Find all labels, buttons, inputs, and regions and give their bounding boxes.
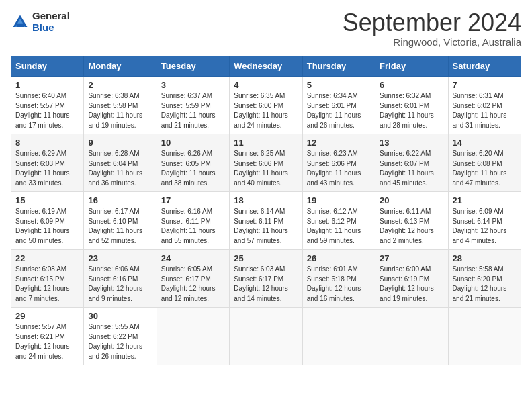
table-row: 1Sunrise: 6:40 AMSunset: 5:57 PMDaylight… [11,77,84,134]
calendar-week-row: 29Sunrise: 5:57 AMSunset: 6:21 PMDayligh… [11,308,521,365]
day-number: 13 [380,138,443,148]
day-info: Sunrise: 6:17 AMSunset: 6:10 PMDaylight:… [88,207,152,246]
calendar-table: Sunday Monday Tuesday Wednesday Thursday… [11,56,521,365]
title-area: September 2024 Ringwood, Victoria, Austr… [343,11,521,48]
day-number: 26 [307,253,371,263]
col-thursday: Thursday [302,56,375,77]
table-row: 9Sunrise: 6:28 AMSunset: 6:04 PMDaylight… [84,134,157,192]
day-number: 7 [453,80,517,90]
day-number: 12 [307,138,371,148]
day-info: Sunrise: 6:12 AMSunset: 6:12 PMDaylight:… [307,207,371,246]
col-tuesday: Tuesday [157,56,229,77]
table-row: 15Sunrise: 6:19 AMSunset: 6:09 PMDayligh… [11,192,84,250]
day-number: 8 [15,138,79,148]
table-row: 25Sunrise: 6:03 AMSunset: 6:17 PMDayligh… [230,250,302,308]
day-number: 16 [88,195,152,205]
table-row: 30Sunrise: 5:55 AMSunset: 6:22 PMDayligh… [84,308,157,365]
table-row: 14Sunrise: 6:20 AMSunset: 6:08 PMDayligh… [448,134,521,192]
day-number: 20 [380,195,443,205]
table-row: 7Sunrise: 6:31 AMSunset: 6:02 PMDaylight… [448,77,521,134]
day-info: Sunrise: 6:28 AMSunset: 6:04 PMDaylight:… [88,149,152,188]
day-number: 15 [15,195,79,205]
day-info: Sunrise: 6:35 AMSunset: 6:00 PMDaylight:… [234,91,298,130]
day-info: Sunrise: 6:05 AMSunset: 6:17 PMDaylight:… [161,265,225,304]
logo-text: General Blue [32,11,70,33]
day-info: Sunrise: 6:26 AMSunset: 6:05 PMDaylight:… [161,149,225,188]
day-number: 30 [88,311,152,321]
logo-blue: Blue [32,21,54,33]
day-info: Sunrise: 6:08 AMSunset: 6:15 PMDaylight:… [15,265,79,304]
calendar-week-row: 1Sunrise: 6:40 AMSunset: 5:57 PMDaylight… [11,77,521,134]
calendar-week-row: 15Sunrise: 6:19 AMSunset: 6:09 PMDayligh… [11,192,521,250]
day-number: 3 [161,80,225,90]
table-row: 20Sunrise: 6:11 AMSunset: 6:13 PMDayligh… [375,192,448,250]
day-number: 17 [161,195,225,205]
table-row: 6Sunrise: 6:32 AMSunset: 6:01 PMDaylight… [375,77,448,134]
table-row: 29Sunrise: 5:57 AMSunset: 6:21 PMDayligh… [11,308,84,365]
table-row: 23Sunrise: 6:06 AMSunset: 6:16 PMDayligh… [84,250,157,308]
day-info: Sunrise: 6:06 AMSunset: 6:16 PMDaylight:… [88,265,152,304]
table-row [375,308,448,365]
day-info: Sunrise: 5:58 AMSunset: 6:20 PMDaylight:… [453,265,517,304]
table-row [157,308,229,365]
day-info: Sunrise: 6:31 AMSunset: 6:02 PMDaylight:… [453,91,517,130]
day-info: Sunrise: 6:01 AMSunset: 6:18 PMDaylight:… [307,265,371,304]
table-row: 24Sunrise: 6:05 AMSunset: 6:17 PMDayligh… [157,250,229,308]
col-monday: Monday [84,56,157,77]
day-info: Sunrise: 6:00 AMSunset: 6:19 PMDaylight:… [380,265,443,304]
calendar-week-row: 22Sunrise: 6:08 AMSunset: 6:15 PMDayligh… [11,250,521,308]
table-row: 26Sunrise: 6:01 AMSunset: 6:18 PMDayligh… [302,250,375,308]
day-number: 29 [15,311,79,321]
table-row [230,308,302,365]
day-info: Sunrise: 6:32 AMSunset: 6:01 PMDaylight:… [380,91,443,130]
table-row: 10Sunrise: 6:26 AMSunset: 6:05 PMDayligh… [157,134,229,192]
day-info: Sunrise: 6:14 AMSunset: 6:11 PMDaylight:… [234,207,298,246]
day-number: 6 [380,80,443,90]
table-row: 12Sunrise: 6:23 AMSunset: 6:06 PMDayligh… [302,134,375,192]
calendar-header-row: Sunday Monday Tuesday Wednesday Thursday… [11,56,521,77]
month-title: September 2024 [343,11,521,35]
day-number: 28 [453,253,517,263]
table-row: 5Sunrise: 6:34 AMSunset: 6:01 PMDaylight… [302,77,375,134]
day-info: Sunrise: 6:11 AMSunset: 6:13 PMDaylight:… [380,207,443,246]
table-row: 3Sunrise: 6:37 AMSunset: 5:59 PMDaylight… [157,77,229,134]
day-info: Sunrise: 5:57 AMSunset: 6:21 PMDaylight:… [15,322,79,361]
table-row: 2Sunrise: 6:38 AMSunset: 5:58 PMDaylight… [84,77,157,134]
table-row: 22Sunrise: 6:08 AMSunset: 6:15 PMDayligh… [11,250,84,308]
table-row: 8Sunrise: 6:29 AMSunset: 6:03 PMDaylight… [11,134,84,192]
day-number: 27 [380,253,443,263]
col-saturday: Saturday [448,56,521,77]
page-header: General Blue September 2024 Ringwood, Vi… [11,11,521,48]
table-row: 21Sunrise: 6:09 AMSunset: 6:14 PMDayligh… [448,192,521,250]
table-row: 18Sunrise: 6:14 AMSunset: 6:11 PMDayligh… [230,192,302,250]
day-info: Sunrise: 6:19 AMSunset: 6:09 PMDaylight:… [15,207,79,246]
day-info: Sunrise: 6:03 AMSunset: 6:17 PMDaylight:… [234,265,298,304]
day-number: 14 [453,138,517,148]
table-row: 27Sunrise: 6:00 AMSunset: 6:19 PMDayligh… [375,250,448,308]
day-number: 9 [88,138,152,148]
logo: General Blue [11,11,70,33]
day-info: Sunrise: 6:37 AMSunset: 5:59 PMDaylight:… [161,91,225,130]
day-number: 18 [234,195,298,205]
table-row: 13Sunrise: 6:22 AMSunset: 6:07 PMDayligh… [375,134,448,192]
day-number: 1 [15,80,79,90]
day-number: 22 [15,253,79,263]
day-info: Sunrise: 6:22 AMSunset: 6:07 PMDaylight:… [380,149,443,188]
svg-rect-2 [17,23,24,26]
table-row: 16Sunrise: 6:17 AMSunset: 6:10 PMDayligh… [84,192,157,250]
day-number: 5 [307,80,371,90]
table-row [448,308,521,365]
day-number: 25 [234,253,298,263]
day-number: 11 [234,138,298,148]
col-sunday: Sunday [11,56,84,77]
table-row: 17Sunrise: 6:16 AMSunset: 6:11 PMDayligh… [157,192,229,250]
day-number: 24 [161,253,225,263]
day-info: Sunrise: 5:55 AMSunset: 6:22 PMDaylight:… [88,322,152,361]
day-info: Sunrise: 6:25 AMSunset: 6:06 PMDaylight:… [234,149,298,188]
logo-icon [11,13,30,32]
col-friday: Friday [375,56,448,77]
col-wednesday: Wednesday [230,56,302,77]
day-number: 21 [453,195,517,205]
table-row: 19Sunrise: 6:12 AMSunset: 6:12 PMDayligh… [302,192,375,250]
day-number: 4 [234,80,298,90]
